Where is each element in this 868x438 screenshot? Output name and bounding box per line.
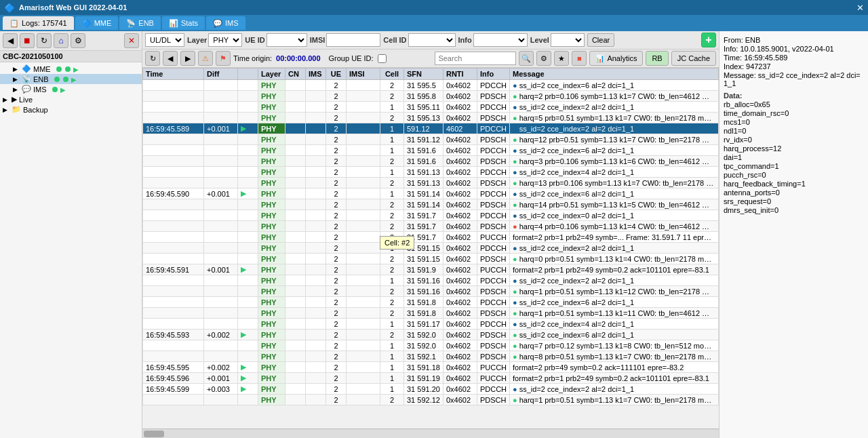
cell-ue: 2 [326,134,347,145]
table-row[interactable]: 16:59:45.591 +0.001 ▶ PHY 2 2 31 591.9 0… [143,264,719,275]
table-row[interactable]: PHY 2 1 31 591.6 0x4602 PDCCH ●ss_id=2 c… [143,145,719,156]
group-ue-checkbox[interactable] [378,54,387,63]
th-ue[interactable]: UE [326,68,347,80]
imsi-input[interactable] [326,33,380,47]
cell-rnti: 0x4602 [443,188,477,199]
prev-button[interactable]: ◀ [163,51,178,66]
stop2-icon[interactable]: ■ [572,51,587,66]
stop-button[interactable]: ⏹ [20,33,35,48]
refresh-button[interactable]: ↻ [37,33,52,48]
next-button[interactable]: ▶ [180,51,195,66]
bookmark-icon[interactable]: ★ [554,51,569,66]
table-row[interactable]: PHY 2 2 31 591.8 0x4602 PDCCH ●ss_id=2 c… [143,297,719,308]
cell-rnti: 0x4602 [443,319,477,330]
search-icon[interactable]: 🔍 [519,51,534,66]
table-row[interactable]: PHY 2 2 31 595.8 0x4602 PDSCH ●harq=2 pr… [143,91,719,102]
mode-select[interactable]: UL/DL [145,33,184,47]
table-row[interactable]: PHY 2 1 31 591.16 0x4602 PDCCH ●ss_id=2 … [143,275,719,286]
tab-ims[interactable]: 💬IMS [206,16,245,30]
cell-cell: 2 [380,210,404,221]
tree-item-mme[interactable]: ▶ 🔷 MME ▶ [0,64,142,74]
live-label: Live [19,96,33,104]
tab-logs[interactable]: 📋Logs: 175741 [3,16,74,30]
table-row[interactable]: 16:59:45.596 +0.001 ▶ PHY 2 1 31 591.19 … [143,373,719,384]
cell-layer: PHY [258,210,285,221]
th-cell[interactable]: Cell [380,68,404,80]
table-row[interactable]: PHY 2 1 31 591.12 0x4602 PDSCH ●harq=12 … [143,134,719,145]
rb-button[interactable]: RB [646,51,668,66]
search-input[interactable] [435,52,516,65]
flag-button[interactable]: ⚑ [216,51,231,66]
cell-diff [204,145,238,156]
tree-item-ims[interactable]: ▶ 💬 IMS ▶ [0,84,142,94]
table-row[interactable]: PHY 2 2 31 591.13 0x4602 PDSCH ●harq=13 … [143,178,719,188]
clear-button[interactable]: Clear [587,33,614,47]
th-sfn[interactable]: SFN [404,68,443,80]
tab-mme[interactable]: 🔷MME [75,16,119,30]
layer-select[interactable]: PHY [208,33,242,47]
info-select[interactable] [473,33,528,47]
table-row[interactable]: PHY 2 1 31 591.15 0x4602 PDCCH ●ss_id=2 … [143,243,719,254]
cell-sfn: 31 591.20 [404,384,443,395]
table-row[interactable]: 16:59:45.595 +0.002 ▶ PHY 2 1 31 591.18 … [143,362,719,373]
table-row[interactable]: PHY 2 2 31 591.15 0x4602 PDSCH ●harq=0 p… [143,254,719,264]
tree-item-live[interactable]: ▶ ▶ Live [0,94,142,104]
th-layer[interactable]: Layer [258,68,285,80]
table-row[interactable]: PHY 2 2 31 591.7 0x4602 PUCCH format=2 p… [143,232,719,243]
th-diff[interactable]: Diff [204,68,238,80]
table-row[interactable]: PHY 2 2 31 591.6 0x4602 PDSCH ●harq=3 pr… [143,156,719,167]
warning-button[interactable]: ⚠ [198,51,213,66]
th-ims[interactable]: IMS [306,68,326,80]
analytics-button[interactable]: 📊 Analytics [589,51,643,66]
add-filter-button[interactable]: + [701,33,716,47]
table-row[interactable]: 16:59:45.589 +0.001 ▶ PHY 2 1 591.12 460… [143,123,719,134]
level-select[interactable] [551,33,585,47]
filter-icon[interactable]: ⚙ [536,51,551,66]
table-row[interactable]: PHY 2 2 31 591.7 0x4602 PDCCH ●ss_id=2 c… [143,210,719,221]
log-table-container[interactable]: Time Diff Layer CN IMS UE IMSI Cell SFN … [142,68,719,429]
th-arrow[interactable] [238,68,258,80]
cell-time: 16:59:45.595 [143,362,204,373]
horizontal-scrollbar[interactable] [142,429,719,438]
scrollbar-thumb[interactable] [144,431,164,437]
tab-stats[interactable]: 📊Stats [162,16,205,30]
cellid-select[interactable] [408,33,456,47]
table-row[interactable]: PHY 2 2 31 591.16 0x4602 PDSCH ●harq=1 p… [143,286,719,297]
table-row[interactable]: PHY 2 2 31 595.5 0x4602 PDCCH ●ss_id=2 c… [143,80,719,91]
th-cn[interactable]: CN [285,68,306,80]
tree-item-enb[interactable]: ▶ 📡 ENB ▶ [0,74,142,84]
cell-message: ●harq=0 prb=0.51 symb=1.13 k1=4 CW0: tb_… [510,254,719,264]
ueid-select[interactable] [267,33,307,47]
th-message[interactable]: Message [510,68,719,80]
th-time[interactable]: Time [143,68,204,80]
table-row[interactable]: PHY 2 1 31 595.11 0x4602 PDCCH ●ss_id=2 … [143,102,719,113]
close-button[interactable]: ✕ [856,3,864,13]
imsi-label: IMSI [310,36,326,44]
msg-icon: ● [513,320,517,328]
table-row[interactable]: 16:59:45.590 +0.001 ▶ PHY 2 1 31 591.14 … [143,188,719,199]
th-rnti[interactable]: RNTI [443,68,477,80]
table-row[interactable]: PHY 2 2 31 591.8 0x4602 PDSCH ●harq=1 pr… [143,308,719,319]
cell-cell: 1 [380,188,404,199]
tab-enb[interactable]: 📡ENB [119,16,161,30]
home-button[interactable]: ⌂ [54,33,68,48]
table-row[interactable]: 16:59:45.593 +0.002 ▶ PHY 2 2 31 592.0 0… [143,330,719,340]
table-row[interactable]: PHY 2 2 31 591.14 0x4602 PDSCH ●harq=14 … [143,199,719,210]
table-row[interactable]: PHY 2 2 31 595.13 0x4602 PDSCH ●harq=5 p… [143,113,719,123]
table-row[interactable]: PHY 2 1 31 592.1 0x4602 PDSCH ●harq=8 pr… [143,351,719,362]
close-panel-button[interactable]: ✕ [124,33,139,48]
back-button[interactable]: ◀ [3,33,18,48]
jc-button[interactable]: JC Cache [671,51,716,66]
table-row[interactable]: PHY 2 2 31 592.12 0x4602 PDSCH ●harq=1 p… [143,395,719,405]
table-row[interactable]: PHY 2 2 31 591.7 0x4602 PDSCH ●harq=4 pr… [143,221,719,232]
table-row[interactable]: PHY 2 1 31 591.17 0x4602 PDCCH ●ss_id=2 … [143,319,719,330]
refresh-log-button[interactable]: ↻ [145,51,160,66]
tree-item-backup[interactable]: ▶ 📁 Backup [0,104,142,115]
table-row[interactable]: PHY 2 1 31 592.0 0x4602 PDSCH ●harq=7 pr… [143,340,719,351]
table-row[interactable]: 16:59:45.599 +0.003 ▶ PHY 2 1 31 591.20 … [143,384,719,395]
th-info[interactable]: Info [477,68,509,80]
th-imsi[interactable]: IMSI [347,68,380,80]
table-row[interactable]: PHY 2 1 31 591.13 0x4602 PDCCH ●ss_id=2 … [143,167,719,178]
data-field: rv_idx=0 [724,136,864,144]
settings-button[interactable]: ⚙ [71,33,85,48]
